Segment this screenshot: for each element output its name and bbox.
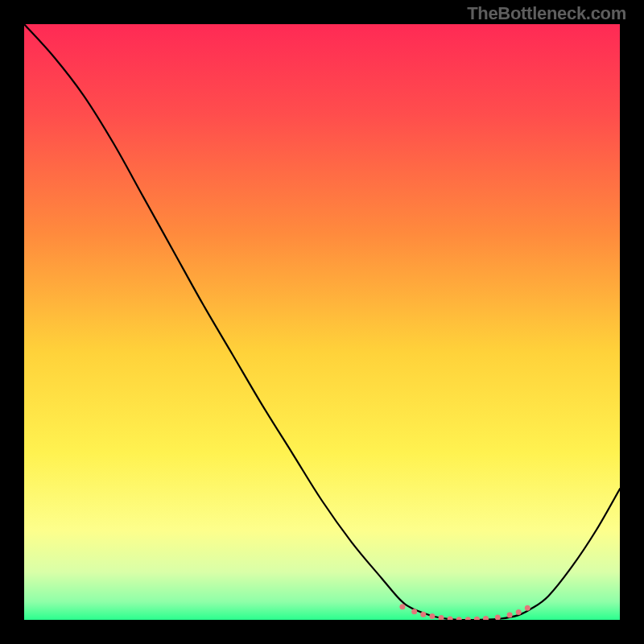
marker-dot [411,609,417,614]
chart-svg [24,24,620,620]
gradient-background [24,24,620,620]
page-root: TheBottleneck.com [0,0,644,644]
marker-dot [507,613,513,618]
marker-dot [420,612,426,617]
marker-dot [516,609,522,615]
marker-dot [525,605,530,611]
chart-canvas [24,24,620,620]
marker-dot [399,604,405,609]
watermark-text: TheBottleneck.com [467,3,626,24]
marker-dot [429,613,435,619]
